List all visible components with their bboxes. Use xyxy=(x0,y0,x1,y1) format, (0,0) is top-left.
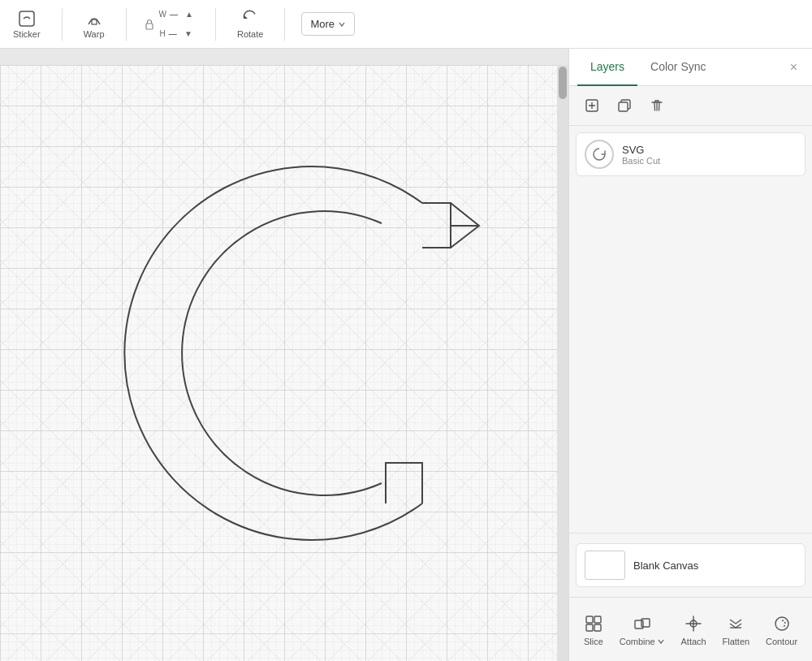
flatten-button[interactable]: Flatten xyxy=(716,609,757,651)
combine-icon xyxy=(633,614,652,633)
sep2 xyxy=(126,8,127,41)
vertical-scrollbar[interactable] xyxy=(557,65,568,661)
width-input-group: W — ▲ H — ▼ xyxy=(159,5,199,44)
warp-tool[interactable]: Warp xyxy=(79,6,110,42)
contour-label: Contour xyxy=(766,637,797,646)
top-toolbar: Sticker Warp W — ▲ H — ▼ xyxy=(0,0,812,49)
tab-color-sync[interactable]: Color Sync xyxy=(637,49,719,86)
sep4 xyxy=(284,8,285,41)
slice-button[interactable]: Slice xyxy=(577,609,610,651)
layer-name: SVG xyxy=(622,144,797,156)
chevron-down-icon xyxy=(338,20,346,28)
combine-chevron-icon xyxy=(657,637,665,646)
warp-label: Warp xyxy=(84,29,105,39)
svg-rect-0 xyxy=(19,11,34,26)
blank-canvas-preview xyxy=(585,551,625,580)
w-label: W xyxy=(159,10,166,19)
panel-add-button[interactable] xyxy=(579,93,605,119)
rotate-tool[interactable]: Rotate xyxy=(232,6,268,42)
height-row: H — ▼ xyxy=(160,24,198,44)
more-label: More xyxy=(310,18,335,30)
panel-close-button[interactable]: × xyxy=(784,49,804,85)
attach-button[interactable]: Attach xyxy=(675,609,713,651)
close-icon: × xyxy=(790,60,797,75)
sep3 xyxy=(215,8,216,41)
layer-type: Basic Cut xyxy=(622,156,797,166)
flatten-label: Flatten xyxy=(723,637,750,646)
svg-shape xyxy=(65,106,487,609)
panel-bottom: Slice Combine xyxy=(569,597,812,661)
svg-shape-container[interactable] xyxy=(65,106,487,612)
svg-rect-10 xyxy=(594,624,601,631)
width-up[interactable]: ▲ xyxy=(179,5,199,24)
blank-canvas-item[interactable]: Blank Canvas xyxy=(576,543,806,587)
layers-tab-label: Layers xyxy=(590,60,624,73)
panel-delete-button[interactable] xyxy=(644,93,670,119)
attach-label: Attach xyxy=(681,637,706,646)
combine-button[interactable]: Combine xyxy=(613,609,672,651)
layer-info: SVG Basic Cut xyxy=(622,144,797,166)
sticker-icon xyxy=(18,10,36,28)
sep1 xyxy=(62,8,63,41)
sticker-tool[interactable]: Sticker xyxy=(8,6,45,42)
width-value: — xyxy=(170,10,178,19)
layer-svg-icon xyxy=(590,145,608,163)
blank-canvas-section: Blank Canvas xyxy=(569,533,812,597)
panel-duplicate-button[interactable] xyxy=(611,93,637,119)
trash-icon xyxy=(650,98,664,113)
right-panel: Layers Color Sync × xyxy=(568,49,812,661)
height-down[interactable]: ▼ xyxy=(179,24,198,44)
color-sync-tab-label: Color Sync xyxy=(650,60,706,73)
svg-rect-1 xyxy=(92,19,97,24)
attach-icon xyxy=(684,614,703,633)
slice-label: Slice xyxy=(584,637,603,646)
tab-layers[interactable]: Layers xyxy=(577,49,637,86)
rotate-label: Rotate xyxy=(237,29,263,39)
svg-rect-8 xyxy=(594,616,601,623)
panel-bottom-tools: Slice Combine xyxy=(569,606,812,658)
h-label: H xyxy=(160,29,166,38)
blank-canvas-label: Blank Canvas xyxy=(633,559,698,572)
flatten-icon xyxy=(726,614,745,633)
layer-svg-item[interactable]: SVG Basic Cut xyxy=(576,132,806,176)
rotate-icon xyxy=(241,10,259,28)
svg-rect-9 xyxy=(586,624,593,631)
add-icon xyxy=(585,98,599,113)
warp-icon xyxy=(85,10,103,28)
design-canvas[interactable] xyxy=(0,65,568,661)
svg-rect-2 xyxy=(146,24,153,29)
combine-label-row: Combine xyxy=(620,637,665,646)
width-row: W — ▲ xyxy=(159,5,199,24)
contour-button[interactable]: Contour xyxy=(759,609,804,651)
lock-icon xyxy=(143,18,156,31)
layer-icon xyxy=(585,140,614,169)
svg-rect-7 xyxy=(586,616,593,623)
panel-tabs: Layers Color Sync × xyxy=(569,49,812,86)
svg-marker-3 xyxy=(244,15,248,19)
contour-icon xyxy=(772,614,792,633)
main-area: 8 9 10 11 12 13 14 15 xyxy=(0,49,812,661)
height-value: — xyxy=(169,29,177,38)
more-button[interactable]: More xyxy=(301,12,355,36)
layers-content: SVG Basic Cut xyxy=(569,126,812,533)
scrollbar-thumb[interactable] xyxy=(559,67,567,99)
size-group: W — ▲ H — ▼ xyxy=(143,5,199,44)
duplicate-icon xyxy=(617,98,632,113)
svg-rect-6 xyxy=(619,102,628,111)
combine-label: Combine xyxy=(620,637,655,646)
panel-toolbar xyxy=(569,86,812,126)
slice-icon xyxy=(584,614,603,633)
canvas-area[interactable]: 8 9 10 11 12 13 14 15 xyxy=(0,49,568,661)
sticker-label: Sticker xyxy=(13,29,41,39)
